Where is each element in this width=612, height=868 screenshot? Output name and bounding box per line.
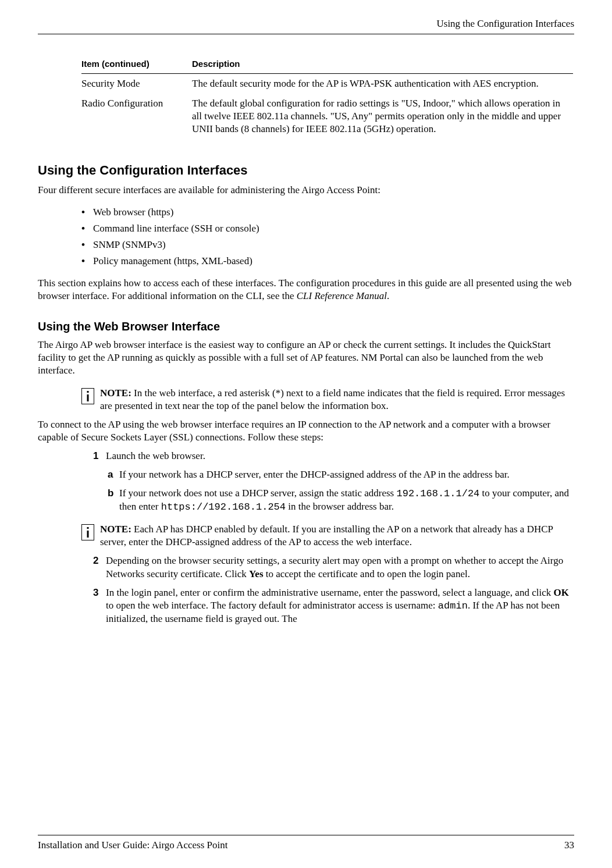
note-block: NOTE: In the web interface, a red asteri…	[81, 387, 574, 412]
cell-item: Radio Configuration	[81, 94, 192, 139]
paragraph: To connect to the AP using the web brows…	[38, 418, 574, 444]
text-span: to open the web interface. The factory d…	[106, 600, 438, 611]
list-item: Policy management (https, XML-based)	[93, 255, 574, 268]
substep-letter: a	[108, 468, 119, 481]
substep-item: a If your network has a DHCP server, ent…	[108, 468, 574, 481]
list-item: SNMP (SNMPv3)	[93, 239, 574, 251]
substep-letter: b	[108, 487, 119, 514]
text-span: In the web interface, a red asterisk (*)…	[100, 387, 565, 411]
config-defaults-table: Item (continued) Description Security Mo…	[81, 55, 573, 139]
list-item: Command line interface (SSH or console)	[93, 222, 574, 235]
step-number: 2	[93, 554, 106, 580]
section-heading: Using the Configuration Interfaces	[38, 162, 574, 179]
running-header: Using the Configuration Interfaces	[38, 17, 574, 34]
code-text: admin	[438, 600, 468, 611]
table-header-item: Item (continued)	[81, 55, 192, 73]
page-number: 33	[564, 839, 574, 852]
interface-list: Web browser (https) Command line interfa…	[93, 206, 574, 271]
table-row: Security Mode The default security mode …	[81, 73, 573, 94]
note-text: NOTE: In the web interface, a red asteri…	[100, 387, 574, 412]
step-number: 3	[93, 586, 106, 625]
note-block: NOTE: Each AP has DHCP enabled by defaul…	[81, 523, 574, 549]
intro-paragraph: Four different secure interfaces are ava…	[38, 184, 574, 197]
step-item: 1 Launch the web browser.	[93, 450, 574, 463]
subsection-heading: Using the Web Browser Interface	[38, 319, 574, 334]
step-number: 1	[93, 450, 106, 463]
text-span: In the login panel, enter or confirm the…	[106, 587, 553, 598]
text-span: .	[387, 290, 389, 301]
footer-divider	[38, 835, 574, 835]
list-item: Web browser (https)	[93, 206, 574, 219]
text-span: Each AP has DHCP enabled by default. If …	[100, 524, 553, 547]
table-row: Radio Configuration The default global c…	[81, 94, 573, 139]
paragraph: The Airgo AP web browser interface is th…	[38, 339, 574, 377]
reference-title: CLI Reference Manual	[297, 290, 387, 301]
page-footer: Installation and User Guide: Airgo Acces…	[38, 835, 574, 852]
cell-item: Security Mode	[81, 73, 192, 94]
step-text: Depending on the browser security settin…	[106, 554, 574, 580]
paragraph: This section explains how to access each…	[38, 277, 574, 303]
header-divider	[38, 34, 574, 34]
info-icon	[81, 524, 94, 540]
text-span: in the browser address bar.	[286, 501, 394, 512]
substep-text: If your network has a DHCP server, enter…	[119, 468, 574, 481]
note-label: NOTE:	[100, 524, 131, 535]
substep-item: b If your network does not use a DHCP se…	[108, 487, 574, 514]
info-icon	[81, 388, 94, 404]
bold-span: Yes	[249, 568, 264, 579]
text-span: If your network does not use a DHCP serv…	[119, 488, 396, 499]
substep-text: If your network does not use a DHCP serv…	[119, 487, 574, 514]
cell-description: The default security mode for the AP is …	[192, 73, 573, 94]
step-item: 2 Depending on the browser security sett…	[93, 554, 574, 580]
note-label: NOTE:	[100, 387, 131, 399]
text-span: to accept the certificate and to open th…	[264, 568, 470, 579]
step-text: In the login panel, enter or confirm the…	[106, 586, 574, 625]
table-header-description: Description	[192, 55, 573, 73]
code-text: https://192.168.1.254	[161, 501, 286, 513]
note-text: NOTE: Each AP has DHCP enabled by defaul…	[100, 523, 574, 549]
cell-description: The default global configuration for rad…	[192, 94, 573, 139]
bold-span: OK	[553, 587, 568, 598]
code-text: 192.168.1.1/24	[396, 488, 479, 499]
footer-title: Installation and User Guide: Airgo Acces…	[38, 839, 227, 852]
step-item: 3 In the login panel, enter or confirm t…	[93, 586, 574, 625]
step-text: Launch the web browser.	[106, 450, 574, 463]
